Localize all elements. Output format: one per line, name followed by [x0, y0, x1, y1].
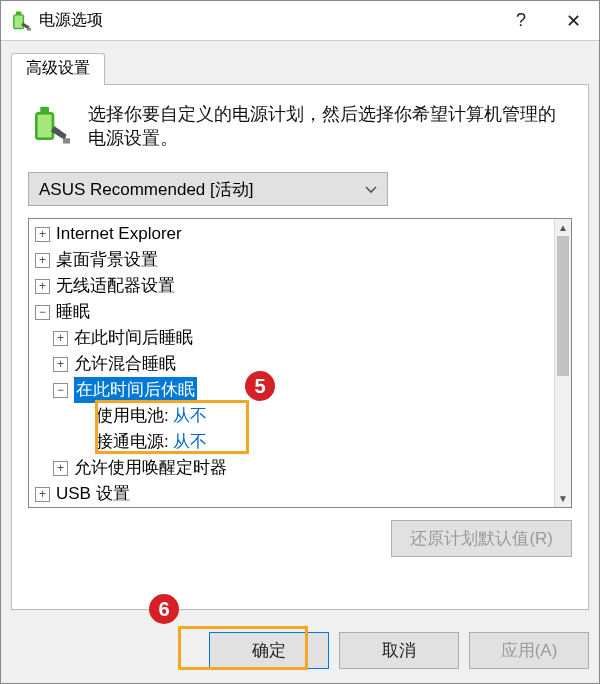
scrollbar[interactable]: ▲ ▼ — [554, 219, 571, 507]
tree-item-label: 在此时间后睡眠 — [74, 325, 193, 351]
ok-button[interactable]: 确定 — [209, 632, 329, 669]
scroll-up-icon[interactable]: ▲ — [555, 219, 571, 236]
tab-page: 选择你要自定义的电源计划，然后选择你希望计算机管理的电源设置。 ASUS Rec… — [11, 84, 589, 610]
tree-item-label: 允许使用唤醒定时器 — [74, 455, 227, 481]
svg-rect-6 — [38, 115, 52, 138]
expand-icon[interactable]: + — [53, 357, 68, 372]
tree-item-label: 使用电池: 从不 — [96, 403, 207, 429]
dialog-button-row: 6 确定 取消 应用(A) — [1, 620, 599, 683]
power-options-dialog: 电源选项 ? ✕ 高级设置 选择你要自定 — [0, 0, 600, 684]
tree-item-ac[interactable]: 接通电源: 从不 — [33, 429, 571, 455]
svg-rect-1 — [16, 11, 22, 14]
svg-rect-3 — [27, 27, 31, 30]
tree-item-label: 允许混合睡眠 — [74, 351, 176, 377]
tab-strip: 高级设置 — [11, 53, 589, 85]
svg-rect-5 — [40, 107, 49, 113]
settings-tree: +Internet Explorer+桌面背景设置+无线适配器设置−睡眠+在此时… — [28, 218, 572, 508]
tab-advanced[interactable]: 高级设置 — [11, 53, 105, 85]
expand-icon[interactable]: + — [53, 331, 68, 346]
collapse-icon[interactable]: − — [35, 305, 50, 320]
tree-item-value[interactable]: 从不 — [173, 432, 207, 451]
power-plan-select[interactable]: ASUS Recommended [活动] — [28, 172, 388, 206]
expand-icon[interactable]: + — [35, 227, 50, 242]
tree-item-label: 接通电源: 从不 — [96, 429, 207, 455]
scroll-track[interactable] — [555, 236, 571, 490]
tree-item-hibaf[interactable]: −在此时间后休眠 — [33, 377, 571, 403]
tree-item-hyb[interactable]: +允许混合睡眠 — [33, 351, 571, 377]
intro-row: 选择你要自定义的电源计划，然后选择你希望计算机管理的电源设置。 — [28, 103, 572, 150]
tree-item-usb[interactable]: +USB 设置 — [33, 481, 571, 507]
tree-item-label: USB 设置 — [56, 481, 130, 507]
tree-item-bg[interactable]: +桌面背景设置 — [33, 247, 571, 273]
tree-item-label: 桌面背景设置 — [56, 247, 158, 273]
tree-item-sleep[interactable]: −睡眠 — [33, 299, 571, 325]
tree-item-label: 在此时间后休眠 — [74, 377, 197, 403]
expand-icon[interactable]: + — [53, 461, 68, 476]
tree-item-label: Internet Explorer — [56, 221, 182, 247]
close-button[interactable]: ✕ — [547, 1, 599, 41]
svg-rect-7 — [63, 138, 70, 143]
scroll-thumb[interactable] — [557, 236, 569, 376]
tree-item-bat[interactable]: 使用电池: 从不 — [33, 403, 571, 429]
help-icon: ? — [516, 10, 526, 31]
cancel-button[interactable]: 取消 — [339, 632, 459, 669]
power-plan-selected: ASUS Recommended [活动] — [39, 178, 253, 201]
tree-item-wlan[interactable]: +无线适配器设置 — [33, 273, 571, 299]
help-button[interactable]: ? — [495, 1, 547, 41]
expand-icon[interactable]: + — [35, 279, 50, 294]
battery-plug-icon — [9, 10, 31, 32]
battery-plug-icon — [28, 105, 70, 147]
svg-rect-2 — [15, 15, 23, 27]
tree-item-label: 无线适配器设置 — [56, 273, 175, 299]
chevron-down-icon — [365, 179, 377, 199]
scroll-down-icon[interactable]: ▼ — [555, 490, 571, 507]
expand-icon[interactable]: + — [35, 487, 50, 502]
apply-button[interactable]: 应用(A) — [469, 632, 589, 669]
tree-item-label: 睡眠 — [56, 299, 90, 325]
tree-item-ie[interactable]: +Internet Explorer — [33, 221, 571, 247]
tree-item-value[interactable]: 从不 — [173, 406, 207, 425]
titlebar[interactable]: 电源选项 ? ✕ — [1, 1, 599, 41]
collapse-icon[interactable]: − — [53, 383, 68, 398]
window-title: 电源选项 — [39, 10, 495, 31]
intro-text: 选择你要自定义的电源计划，然后选择你希望计算机管理的电源设置。 — [88, 103, 572, 150]
close-icon: ✕ — [566, 10, 581, 32]
expand-icon[interactable]: + — [35, 253, 50, 268]
tree-item-slpaf[interactable]: +在此时间后睡眠 — [33, 325, 571, 351]
annotation-marker-6: 6 — [149, 594, 179, 624]
tree-item-wakti[interactable]: +允许使用唤醒定时器 — [33, 455, 571, 481]
restore-defaults-button[interactable]: 还原计划默认值(R) — [391, 520, 572, 557]
